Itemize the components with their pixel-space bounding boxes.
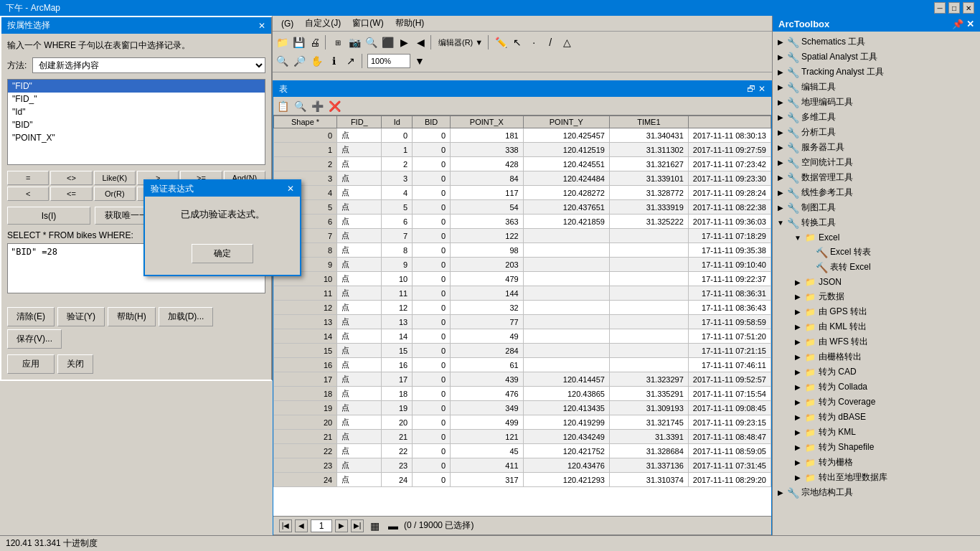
folder-geodata[interactable]: ▶ 📁 转出至地理数据库 xyxy=(776,470,977,485)
nav-first[interactable]: |◀ xyxy=(279,519,292,532)
tb-button-3[interactable]: 🖨 xyxy=(307,34,323,50)
tb-button-2[interactable]: 💾 xyxy=(291,34,306,50)
op-or[interactable]: Or(R) xyxy=(94,187,136,201)
toolbox-schematics[interactable]: ▶ 🔧 Schematics 工具 xyxy=(776,34,977,50)
expand-collada[interactable]: ▶ xyxy=(793,382,803,392)
tool-excel-to-table[interactable]: 🔨 Excel 转表 xyxy=(776,245,977,260)
expand-cartography[interactable]: ▶ xyxy=(776,203,786,213)
tb-pan[interactable]: ✋ xyxy=(308,53,324,69)
tb-zoom-out[interactable]: 🔎 xyxy=(291,53,307,69)
tb-poly[interactable]: △ xyxy=(559,34,575,50)
close-button[interactable]: ✕ xyxy=(963,2,974,14)
expand-raster-in[interactable]: ▶ xyxy=(793,352,803,362)
nav-view1[interactable]: ▦ xyxy=(367,518,382,534)
expand-coverage[interactable]: ▶ xyxy=(793,397,803,408)
expand-conversion[interactable]: ▼ xyxy=(776,218,786,228)
tb-identify[interactable]: ℹ xyxy=(326,53,341,69)
toolbox-server[interactable]: ▶ 🔧 服务器工具 xyxy=(776,140,977,155)
table-tb-3[interactable]: ➕ xyxy=(309,98,325,114)
tb-zoom-in[interactable]: 🔍 xyxy=(274,53,290,69)
expand-wfs[interactable]: ▶ xyxy=(793,337,803,347)
folder-shapefile[interactable]: ▶ 📁 转为 Shapefile xyxy=(776,440,977,455)
folder-kml-in[interactable]: ▶ 📁 由 KML 转出 xyxy=(776,319,977,334)
load-button[interactable]: 加载(D)... xyxy=(159,307,214,326)
expand-multidim[interactable]: ▶ xyxy=(776,113,786,123)
expand-edit[interactable]: ▶ xyxy=(776,83,786,93)
field-item[interactable]: "Id" xyxy=(8,105,265,118)
expand-analysis[interactable]: ▶ xyxy=(776,128,786,138)
tb-button-1[interactable]: 📁 xyxy=(274,34,290,50)
op-notequals[interactable]: <> xyxy=(50,171,92,185)
folder-kml-out[interactable]: ▶ 📁 转为 KML xyxy=(776,425,977,440)
toolbox-conversion[interactable]: ▼ 🔧 转换工具 xyxy=(776,215,977,230)
toolbox-multidim[interactable]: ▶ 🔧 多维工具 xyxy=(776,110,977,125)
table-restore-button[interactable]: 🗗 xyxy=(747,84,755,94)
expand-kml-out[interactable]: ▶ xyxy=(793,428,803,438)
tb-select-feat[interactable]: ↗ xyxy=(343,53,359,69)
expand-spatial[interactable]: ▶ xyxy=(776,52,786,62)
dialog-ok-button[interactable]: 确定 xyxy=(192,244,253,263)
zoom-input[interactable]: 100% xyxy=(367,54,410,68)
expand-kml-in[interactable]: ▶ xyxy=(793,322,803,332)
expand-server[interactable]: ▶ xyxy=(776,143,786,153)
folder-coverage[interactable]: ▶ 📁 转为 Coverage xyxy=(776,395,977,410)
field-item[interactable]: "POINT_X" xyxy=(8,131,265,144)
toolbox-analysis[interactable]: ▶ 🔧 分析工具 xyxy=(776,125,977,140)
table-tb-2[interactable]: 🔍 xyxy=(292,98,308,114)
folder-raster-in[interactable]: ▶ 📁 由栅格转出 xyxy=(776,349,977,364)
verify-button[interactable]: 验证(Y) xyxy=(57,307,105,326)
expand-parcel[interactable]: ▶ xyxy=(776,488,786,498)
nav-view2[interactable]: ▬ xyxy=(385,518,401,534)
menu-item-window[interactable]: 窗口(W) xyxy=(347,16,389,31)
folder-dbase[interactable]: ▶ 📁 转为 dBASE xyxy=(776,410,977,425)
field-list[interactable]: "FID" "FID_" "Id" "BID" "POINT_X" xyxy=(7,79,265,165)
tb-button-4[interactable]: ⊞ xyxy=(330,34,346,50)
expand-schematics[interactable]: ▶ xyxy=(776,37,786,47)
toolbox-linear[interactable]: ▶ 🔧 线性参考工具 xyxy=(776,185,977,200)
panel-close-button[interactable]: ✕ xyxy=(258,21,265,31)
arctoolbox-pin-button[interactable]: 📌 xyxy=(952,19,963,29)
folder-raster-out[interactable]: ▶ 📁 转为栅格 xyxy=(776,455,977,470)
toolbox-tracking[interactable]: ▶ 🔧 Tracking Analyst 工具 xyxy=(776,65,977,80)
clear-button[interactable]: 清除(E) xyxy=(7,307,55,326)
tb-button-7[interactable]: ⬛ xyxy=(380,34,395,50)
expand-gps[interactable]: ▶ xyxy=(793,307,803,317)
folder-metadata[interactable]: ▶ 📁 元数据 xyxy=(776,289,977,304)
tb-point[interactable]: · xyxy=(526,34,542,50)
menu-item-customize[interactable]: 自定义(J) xyxy=(299,16,347,31)
expand-cad[interactable]: ▶ xyxy=(793,367,803,377)
field-item[interactable]: "FID" xyxy=(8,80,265,93)
toolbox-spatial[interactable]: ▶ 🔧 Spatial Analyst 工具 xyxy=(776,50,977,65)
close-panel-button[interactable]: 关闭 xyxy=(57,354,93,374)
arctoolbox-close-button[interactable]: ✕ xyxy=(966,19,974,29)
tb-button-8[interactable]: ▶ xyxy=(396,34,412,50)
expand-geodata[interactable]: ▶ xyxy=(793,473,803,483)
folder-wfs[interactable]: ▶ 📁 由 WFS 转出 xyxy=(776,334,977,349)
dialog-close-button[interactable]: ✕ xyxy=(287,184,294,194)
expand-spatial-stats[interactable]: ▶ xyxy=(776,158,786,168)
menu-item-help[interactable]: 帮助(H) xyxy=(390,16,430,31)
field-item[interactable]: "FID_" xyxy=(8,93,265,105)
method-select[interactable]: 创建新选择内容 xyxy=(32,57,265,73)
tb-button-9[interactable]: ◀ xyxy=(413,34,428,50)
op-like[interactable]: Like(K) xyxy=(94,171,136,185)
field-item[interactable]: "BID" xyxy=(8,118,265,131)
tb-button-5[interactable]: 📷 xyxy=(347,34,362,50)
nav-prev[interactable]: ◀ xyxy=(295,519,308,532)
tb-pencil[interactable]: ✏️ xyxy=(493,34,509,50)
tb-select[interactable]: ↖ xyxy=(509,34,525,50)
tb-line[interactable]: / xyxy=(542,34,558,50)
save-button[interactable]: 保存(V)... xyxy=(7,329,62,349)
toolbox-cartography[interactable]: ▶ 🔧 制图工具 xyxy=(776,200,977,215)
expand-json[interactable]: ▶ xyxy=(793,277,803,287)
folder-collada[interactable]: ▶ 📁 转为 Collada xyxy=(776,380,977,395)
expand-linear[interactable]: ▶ xyxy=(776,188,786,198)
folder-cad[interactable]: ▶ 📁 转为 CAD xyxy=(776,364,977,380)
op-equals[interactable]: = xyxy=(7,171,49,185)
expand-metadata[interactable]: ▶ xyxy=(793,292,803,302)
folder-json[interactable]: ▶ 📁 JSON xyxy=(776,275,977,289)
toolbox-geocode[interactable]: ▶ 🔧 地理编码工具 xyxy=(776,95,977,110)
expand-datamanage[interactable]: ▶ xyxy=(776,173,786,183)
table-content-area[interactable]: Shape * FID_ Id BID POINT_X POINT_Y TIME… xyxy=(273,116,771,516)
tb-zoom-pct-down[interactable]: ▼ xyxy=(412,53,428,69)
